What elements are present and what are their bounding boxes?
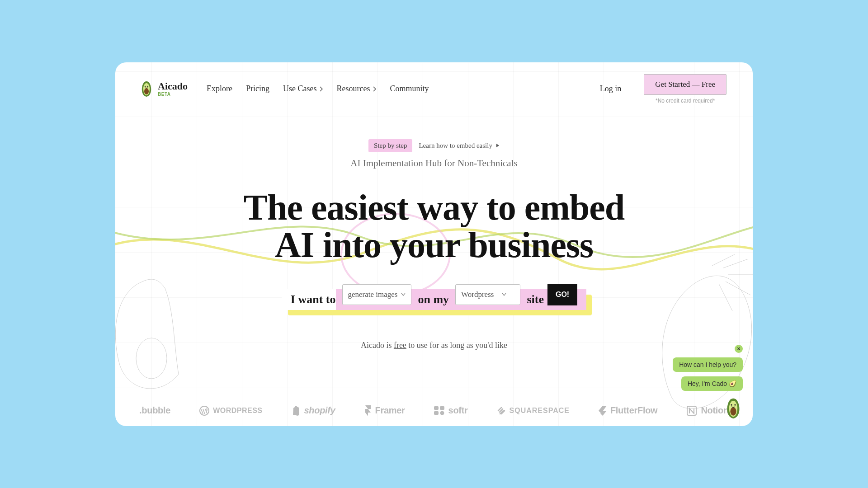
svg-rect-7 [434,411,439,415]
learn-embed-link[interactable]: Learn how to embed easily [419,142,499,150]
brand-beta-badge: BETA [158,92,188,97]
platform-select[interactable]: Wordpress [455,284,520,305]
logo-flutterflow: FlutterFlow [599,405,657,416]
chat-bubble-2[interactable]: Hey, I'm Cado 🥑 [681,376,743,391]
squarespace-icon [497,406,506,415]
header: Aicado BETA Explore Pricing Use Cases Re… [115,62,753,104]
tagline: AI Implementation Hub for Non-Technicals [350,158,517,169]
get-started-button[interactable]: Get Started — Free [644,74,726,95]
integration-logos: .bubble WORDPRESS shopify Framer softr S… [115,405,753,416]
chevron-down-icon [502,293,506,296]
main-nav: Explore Pricing Use Cases Resources Comm… [207,84,429,94]
logo-wordpress: WORDPRESS [199,405,262,416]
play-icon [496,143,500,148]
app-window: Aicado BETA Explore Pricing Use Cases Re… [115,62,753,426]
nav-pricing[interactable]: Pricing [246,84,269,94]
svg-point-10 [730,407,736,415]
nav-community[interactable]: Community [390,84,429,94]
nav-use-cases[interactable]: Use Cases [283,84,323,94]
hero: Step by step Learn how to embed easily A… [115,139,753,350]
svg-point-3 [147,85,148,86]
logo-bubble: .bubble [139,405,170,416]
login-link[interactable]: Log in [600,84,622,94]
logo-framer: Framer [364,405,405,416]
step-by-step-badge[interactable]: Step by step [368,139,412,152]
brand[interactable]: Aicado BETA [140,80,188,98]
svg-point-1 [144,88,149,94]
nav-resources[interactable]: Resources [336,84,376,94]
brand-name: Aicado [158,81,188,91]
softr-icon [434,406,445,415]
sentence-mid: on my [418,293,449,306]
wordpress-icon [199,406,209,416]
go-button[interactable]: GO! [547,284,577,305]
nav-explore[interactable]: Explore [207,84,232,94]
avocado-logo-icon [140,80,153,98]
chat-bubble-1[interactable]: How can I help you? [673,357,743,372]
logo-softr: softr [434,405,468,416]
free-to-use-line: Aicado is free to use for as long as you… [361,341,507,350]
chat-avocado-avatar-icon[interactable] [724,397,743,420]
svg-rect-6 [440,406,444,410]
svg-point-4 [200,406,209,415]
chevron-right-icon [373,86,376,92]
chevron-right-icon [319,86,323,92]
chevron-down-icon [401,293,406,296]
cta-note: *No credit card required* [656,98,715,104]
svg-point-8 [440,411,444,415]
svg-point-12 [734,404,736,405]
flutterflow-icon [599,406,607,416]
chat-widget: × How can I help you? Hey, I'm Cado 🥑 [673,345,743,420]
sentence-form: I want to generate images on my Wordpres… [282,289,586,310]
chat-close-button[interactable]: × [735,345,743,353]
svg-rect-5 [434,406,439,410]
sentence-lead: I want to [282,289,336,310]
sentence-trail: site [527,293,544,306]
svg-point-2 [145,85,146,86]
action-select[interactable]: generate images [342,284,412,305]
logo-shopify: shopify [292,405,335,416]
shopify-icon [292,406,301,416]
svg-point-11 [731,404,732,405]
learn-bar: Step by step Learn how to embed easily [368,139,500,152]
framer-icon [364,405,372,416]
headline: The easiest way to embed AI into your bu… [244,189,625,264]
logo-squarespace: SQUARESPACE [497,405,570,416]
